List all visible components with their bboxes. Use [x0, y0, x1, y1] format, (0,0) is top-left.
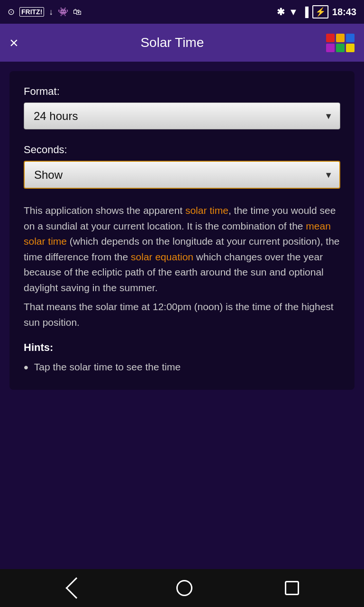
alien-icon: 👾	[58, 7, 68, 17]
format-select[interactable]: 24 hours 12 hours	[24, 102, 340, 129]
app-grid-button[interactable]	[326, 34, 355, 52]
status-time: 18:43	[332, 7, 356, 18]
format-select-wrapper: 24 hours 12 hours	[24, 102, 340, 129]
bottom-nav	[0, 569, 364, 607]
grid-cell-4	[326, 44, 335, 52]
bluetooth-icon: ✱	[277, 6, 285, 18]
description-paragraph: This application shows the apparent sola…	[24, 203, 340, 295]
status-icons-left: ⊙ FRITZ! ↓ 👾 🛍	[8, 7, 82, 17]
settings-card: Format: 24 hours 12 hours Seconds: Show …	[9, 71, 355, 390]
signal-icon: ▼	[289, 7, 298, 18]
solar-time-link: solar time	[185, 205, 228, 216]
home-icon	[176, 580, 192, 596]
battery-icon: ⚡	[312, 5, 328, 18]
seconds-label: Seconds:	[24, 144, 340, 156]
recents-icon	[285, 581, 299, 595]
format-label: Format:	[24, 85, 340, 98]
home-button[interactable]	[172, 575, 197, 601]
format-section: Format: 24 hours 12 hours	[24, 85, 340, 129]
recents-button[interactable]	[280, 576, 304, 600]
hints-list: • Tap the solar time to see the time	[24, 359, 340, 376]
grid-cell-5	[336, 44, 345, 52]
grid-cell-3	[346, 34, 355, 42]
status-bar: ⊙ FRITZ! ↓ 👾 🛍 ✱ ▼ ▐ ⚡ 18:43	[0, 0, 364, 24]
lock-icon: ⊙	[8, 7, 15, 17]
description-noon: That means the solar time at 12:00pm (no…	[24, 299, 340, 330]
close-button[interactable]: ×	[9, 35, 18, 50]
seconds-select-wrapper: Show Hide	[24, 161, 340, 189]
seconds-section: Seconds: Show Hide	[24, 144, 340, 189]
main-content: Format: 24 hours 12 hours Seconds: Show …	[0, 62, 364, 569]
app-bar: × Solar Time	[0, 24, 364, 62]
download-icon: ↓	[49, 7, 53, 17]
that-means-text: That means the solar time at 12:00pm (no…	[24, 301, 334, 328]
back-icon	[66, 577, 87, 598]
app-title: Solar Time	[18, 35, 326, 50]
status-icons-right: ✱ ▼ ▐ ⚡ 18:43	[277, 5, 356, 18]
fritz-icon: FRITZ!	[19, 7, 44, 17]
hints-title: Hints:	[24, 341, 340, 354]
desc-intro: This application shows the apparent	[24, 205, 185, 216]
back-button[interactable]	[60, 576, 89, 600]
solar-equation-link: solar equation	[131, 251, 193, 262]
bullet-icon: •	[24, 359, 28, 376]
grid-cell-2	[336, 34, 345, 42]
cell-icon: ▐	[302, 7, 309, 18]
description-section: This application shows the apparent sola…	[24, 203, 340, 376]
hint-item-1: • Tap the solar time to see the time	[24, 359, 340, 376]
bag-icon: 🛍	[73, 7, 82, 17]
hint-text-1: Tap the solar time to see the time	[34, 359, 181, 375]
grid-cell-1	[326, 34, 335, 42]
seconds-select[interactable]: Show Hide	[24, 161, 340, 189]
grid-cell-6	[346, 44, 355, 52]
